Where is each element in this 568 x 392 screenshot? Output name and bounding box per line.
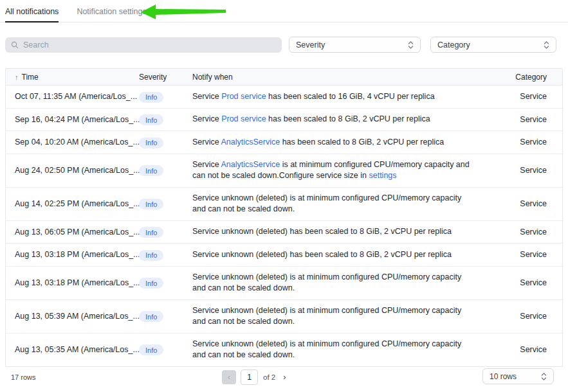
time-cell: Aug 13, 03:18 PM (America/Los_... <box>6 278 139 287</box>
table-row: Aug 13, 06:05 PM (America/Los_...InfoSer… <box>6 221 562 244</box>
severity-cell: Info <box>139 114 192 126</box>
category-cell: Service <box>485 92 562 101</box>
search-placeholder: Search <box>23 40 49 49</box>
severity-badge: Info <box>139 114 163 125</box>
table-row: Sep 04, 10:20 AM (America/Los_...InfoSer… <box>6 131 562 154</box>
sort-ascending-icon: ↑ <box>15 73 19 81</box>
severity-select[interactable]: Severity <box>289 37 421 53</box>
search-icon <box>11 41 19 49</box>
col-header-time[interactable]: ↑ Time <box>6 73 139 82</box>
notify-when-cell: Service Prod service has been scaled to … <box>192 114 485 125</box>
tab-all-notifications[interactable]: All notifications <box>5 0 59 22</box>
category-cell: Service <box>485 250 562 259</box>
severity-badge: Info <box>139 227 163 238</box>
chevron-updown-icon <box>541 372 547 381</box>
col-header-time-label: Time <box>22 73 39 82</box>
table-footer: 17 rows ‹ of 2 › 10 rows <box>0 368 568 386</box>
chevron-updown-icon <box>544 40 549 49</box>
time-cell: Sep 04, 10:20 AM (America/Los_... <box>6 138 139 147</box>
table-row: Aug 14, 02:25 PM (America/Los_...InfoSer… <box>6 188 562 221</box>
table-body: Oct 07, 11:35 AM (America/Los_...InfoSer… <box>6 85 562 366</box>
search-input[interactable]: Search <box>5 37 282 53</box>
time-cell: Aug 14, 02:25 PM (America/Los_... <box>6 199 139 208</box>
severity-badge: Info <box>139 199 163 209</box>
category-cell: Service <box>485 278 562 287</box>
category-cell: Service <box>485 345 562 354</box>
table-header: ↑ Time Severity Notify when Category <box>6 69 562 85</box>
pagination-prev-button[interactable]: ‹ <box>222 370 236 384</box>
col-header-severity[interactable]: Severity <box>139 73 192 82</box>
notify-when-cell: Service Prod service has been scaled to … <box>192 91 485 103</box>
severity-badge: Info <box>139 344 163 355</box>
severity-cell: Info <box>139 198 192 210</box>
notify-when-cell: Service unknown (deleted) has been scale… <box>192 226 485 238</box>
notify-when-cell: Service AnalyticsService is at minimum c… <box>192 159 485 182</box>
notify-when-cell: Service unknown (deleted) is at minimum … <box>192 305 485 328</box>
time-cell: Aug 24, 02:50 PM (America/Los_... <box>6 166 139 175</box>
severity-cell: Info <box>139 344 192 356</box>
table-row: Aug 24, 02:50 PM (America/Los_...InfoSer… <box>6 154 562 188</box>
severity-cell: Info <box>139 226 192 238</box>
green-arrow-icon <box>140 3 226 20</box>
category-cell: Service <box>485 115 562 124</box>
category-cell: Service <box>485 199 562 208</box>
notify-when-cell: Service unknown (deleted) is at minimum … <box>192 339 485 361</box>
severity-cell: Info <box>139 310 192 323</box>
severity-badge: Info <box>139 92 163 103</box>
notify-when-cell: Service unknown (deleted) has been scale… <box>192 249 485 261</box>
tab-notification-settings[interactable]: Notification settings <box>77 0 146 22</box>
notify-when-cell: Service unknown (deleted) is at minimum … <box>192 193 485 215</box>
time-cell: Aug 13, 05:39 AM (America/Los_... <box>6 312 139 321</box>
col-header-notify-when[interactable]: Notify when <box>192 73 485 82</box>
page-size-select[interactable]: 10 rows <box>482 368 554 384</box>
pagination-of-label: of 2 <box>263 373 275 381</box>
table-row: Sep 16, 04:24 PM (America/Los_...InfoSer… <box>6 109 562 132</box>
notify-link[interactable]: AnalyticsService <box>221 160 280 169</box>
category-cell: Service <box>485 166 562 175</box>
category-select-label: Category <box>437 40 470 49</box>
notify-link[interactable]: AnalyticsService <box>221 138 280 147</box>
chevron-updown-icon <box>408 40 414 49</box>
table-row: Aug 13, 05:39 AM (America/Los_...InfoSer… <box>6 300 562 334</box>
table-row: Aug 13, 05:35 AM (America/Los_...InfoSer… <box>6 334 562 366</box>
category-cell: Service <box>485 312 562 321</box>
severity-badge: Info <box>139 138 163 148</box>
severity-cell: Info <box>139 249 192 261</box>
severity-cell: Info <box>139 277 192 289</box>
page-size-label: 10 rows <box>490 372 517 381</box>
time-cell: Aug 13, 05:35 AM (America/Los_... <box>6 345 139 354</box>
category-select[interactable]: Category <box>430 37 556 53</box>
pagination: ‹ of 2 › <box>222 368 286 386</box>
notify-when-cell: Service AnalyticsService has been scaled… <box>192 137 485 148</box>
table-row: Aug 13, 03:18 PM (America/Los_...InfoSer… <box>6 244 562 267</box>
notify-link[interactable]: Prod service <box>221 114 266 123</box>
notify-link[interactable]: settings <box>369 171 396 180</box>
notify-link[interactable]: Prod service <box>221 92 266 101</box>
tab-bar: All notifications Notification settings <box>0 0 568 22</box>
notifications-table: ↑ Time Severity Notify when Category Oct… <box>5 68 563 367</box>
severity-badge: Info <box>139 311 163 322</box>
severity-select-label: Severity <box>296 40 325 49</box>
time-cell: Sep 16, 04:24 PM (America/Los_... <box>6 115 139 124</box>
severity-cell: Info <box>139 136 192 148</box>
category-cell: Service <box>485 138 562 147</box>
severity-badge: Info <box>139 165 163 176</box>
severity-cell: Info <box>139 165 192 177</box>
row-count-label: 17 rows <box>11 373 36 381</box>
severity-badge: Info <box>139 250 163 261</box>
table-row: Oct 07, 11:35 AM (America/Los_...InfoSer… <box>6 85 562 109</box>
col-header-category[interactable]: Category <box>485 73 562 82</box>
severity-badge: Info <box>139 278 163 289</box>
category-cell: Service <box>485 227 562 236</box>
time-cell: Aug 13, 03:18 PM (America/Los_... <box>6 250 139 259</box>
time-cell: Aug 13, 06:05 PM (America/Los_... <box>6 227 139 236</box>
notify-when-cell: Service unknown (deleted) is at minimum … <box>192 272 485 294</box>
filter-bar: Search Severity Category <box>5 37 563 53</box>
severity-cell: Info <box>139 91 192 103</box>
pagination-next-button[interactable]: › <box>283 372 286 382</box>
pagination-page-input[interactable] <box>241 370 258 385</box>
time-cell: Oct 07, 11:35 AM (America/Los_... <box>6 92 139 101</box>
table-row: Aug 13, 03:18 PM (America/Los_...InfoSer… <box>6 267 562 300</box>
